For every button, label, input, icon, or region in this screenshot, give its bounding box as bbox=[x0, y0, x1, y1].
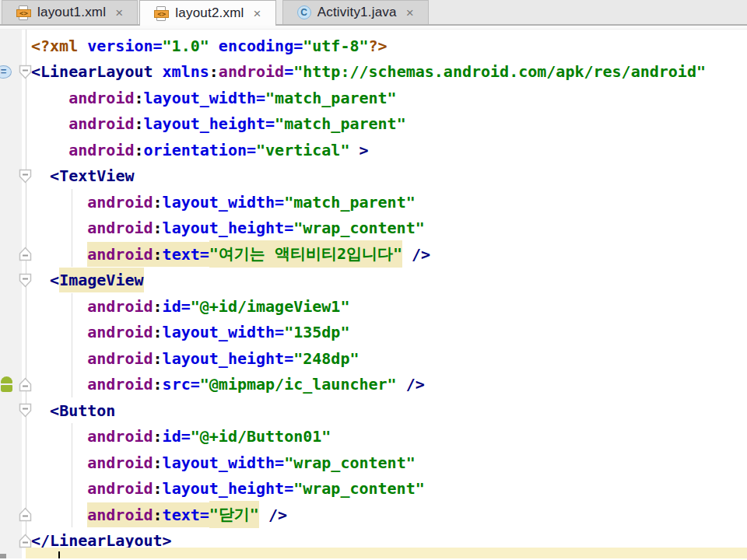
tab-close-icon[interactable]: × bbox=[254, 7, 261, 20]
code-token: android bbox=[87, 479, 153, 498]
code-token: <Button bbox=[50, 401, 115, 420]
code-line: android:layout_width="match_parent" bbox=[0, 189, 747, 215]
tab-Activity1-java[interactable]: CActivity1.java× bbox=[282, 0, 429, 24]
code-token: android bbox=[87, 453, 153, 472]
code-token: /> bbox=[259, 506, 287, 524]
code-token bbox=[31, 323, 87, 341]
fold-down-icon[interactable] bbox=[19, 169, 32, 184]
code-token: src= bbox=[163, 375, 200, 394]
code-token: ?> bbox=[369, 37, 388, 55]
code-token bbox=[31, 427, 87, 446]
code-token: android bbox=[87, 242, 153, 267]
code-token: : bbox=[153, 349, 163, 368]
code-token: "닫기" bbox=[209, 501, 259, 528]
code-token bbox=[209, 37, 219, 55]
fold-up-icon[interactable] bbox=[19, 377, 32, 392]
code-token: /> bbox=[397, 375, 425, 394]
code-line: android:layout_height="248dp" bbox=[0, 345, 747, 372]
code-token: layout_width= bbox=[163, 453, 285, 472]
code-token: encoding= bbox=[219, 37, 303, 55]
tab-close-icon[interactable]: × bbox=[115, 6, 123, 19]
code-token: : bbox=[209, 62, 219, 81]
tab-label: layout2.xml bbox=[175, 5, 244, 21]
tab-close-icon[interactable]: × bbox=[406, 6, 414, 19]
code-area[interactable]: <?xml version="1.0" encoding="utf-8"?>=<… bbox=[0, 30, 747, 554]
code-token bbox=[31, 479, 87, 498]
tab-layout1-xml[interactable]: <>layout1.xml× bbox=[2, 0, 138, 24]
fold-down-icon[interactable] bbox=[19, 403, 32, 418]
xml-file-icon: <> bbox=[16, 5, 31, 20]
code-token: layout_width= bbox=[163, 323, 285, 341]
code-token bbox=[31, 401, 50, 420]
code-line: <ImageView bbox=[0, 268, 747, 294]
code-token: : bbox=[153, 219, 163, 237]
code-token: layout_width= bbox=[144, 89, 266, 107]
fold-up-icon[interactable] bbox=[19, 247, 32, 261]
code-line: android:id="@+id/imageView1" bbox=[0, 293, 747, 320]
code-token: android bbox=[87, 427, 153, 446]
code-token: : bbox=[153, 453, 163, 472]
code-token: "wrap_content" bbox=[293, 479, 425, 498]
code-token: android bbox=[87, 323, 153, 341]
code-token: android bbox=[87, 375, 153, 394]
code-token: < bbox=[50, 271, 59, 289]
code-token: android bbox=[87, 193, 153, 212]
code-token: : bbox=[134, 114, 143, 133]
code-token bbox=[31, 271, 50, 289]
code-token: id= bbox=[163, 427, 191, 446]
code-token: <LinearLayout bbox=[31, 62, 163, 81]
fold-up-icon[interactable] bbox=[19, 534, 32, 548]
code-line: android:text="여기는 액티비티2입니다" /> bbox=[0, 241, 747, 268]
code-token: : bbox=[153, 375, 163, 394]
code-token: : bbox=[134, 89, 143, 107]
code-token: android bbox=[87, 219, 153, 237]
xml-icon-glyph: <> bbox=[154, 10, 169, 18]
code-token: android bbox=[87, 297, 153, 316]
code-token: "1.0" bbox=[163, 37, 209, 55]
code-token: android bbox=[68, 114, 134, 133]
code-line: android:layout_width="match_parent" bbox=[0, 85, 747, 111]
code-token: "vertical" bbox=[256, 141, 349, 159]
code-editor[interactable]: <?xml version="1.0" encoding="utf-8"?>=<… bbox=[0, 30, 747, 558]
code-token: text= bbox=[163, 242, 209, 267]
code-token bbox=[31, 114, 68, 133]
code-token: layout_height= bbox=[163, 479, 294, 498]
android-launcher-icon[interactable] bbox=[1, 376, 12, 392]
code-line: <?xml version="1.0" encoding="utf-8"?> bbox=[0, 33, 747, 59]
code-token: "match_parent" bbox=[265, 89, 397, 107]
code-line: android:text="닫기" /> bbox=[0, 502, 747, 528]
code-token: "utf-8" bbox=[303, 37, 368, 55]
tab-label: layout1.xml bbox=[37, 5, 106, 20]
code-token: : bbox=[153, 193, 163, 212]
code-line: =<LinearLayout xmlns:android="http://sch… bbox=[0, 59, 747, 86]
code-token bbox=[31, 141, 68, 159]
bookmark-marker-icon[interactable]: = bbox=[0, 65, 12, 79]
code-token: : bbox=[153, 479, 163, 498]
fold-down-icon[interactable] bbox=[19, 273, 32, 288]
code-token: "248dp" bbox=[293, 349, 359, 368]
code-token: "@mipmap/ic_launcher" bbox=[200, 375, 397, 394]
code-token bbox=[31, 245, 87, 264]
code-token bbox=[31, 297, 87, 316]
code-token: <TextView bbox=[50, 166, 134, 185]
code-line: android:layout_width="wrap_content" bbox=[0, 450, 747, 476]
code-token: xmlns bbox=[163, 62, 209, 81]
code-token: orientation= bbox=[144, 141, 257, 159]
fold-up-icon[interactable] bbox=[19, 507, 32, 522]
code-token bbox=[31, 375, 87, 394]
code-line: android:layout_width="135dp" bbox=[0, 320, 747, 346]
code-token bbox=[31, 453, 87, 472]
code-token: android bbox=[87, 349, 153, 368]
tab-label: Activity1.java bbox=[317, 5, 397, 20]
code-token: id= bbox=[163, 297, 191, 316]
code-line: <TextView bbox=[0, 163, 747, 190]
code-token: android bbox=[219, 62, 284, 81]
tab-layout2-xml[interactable]: <>layout2.xml× bbox=[139, 0, 275, 26]
code-token: text= bbox=[163, 502, 209, 527]
fold-down-icon[interactable] bbox=[19, 65, 32, 79]
code-token: : bbox=[153, 427, 163, 446]
code-token: android bbox=[68, 89, 134, 107]
current-line-highlight bbox=[26, 548, 747, 558]
code-token: layout_height= bbox=[144, 114, 275, 133]
xml-file-icon: <> bbox=[154, 6, 169, 21]
